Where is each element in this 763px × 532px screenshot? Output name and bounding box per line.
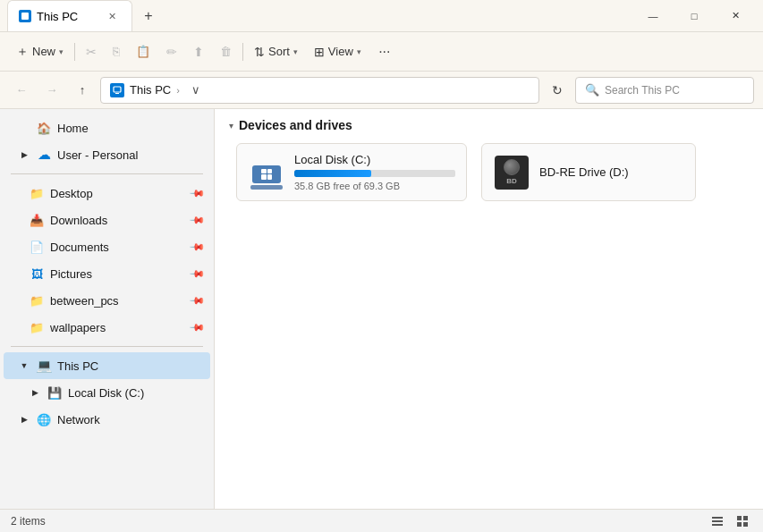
pictures-pin-icon: 📌 [188, 265, 205, 282]
refresh-button[interactable]: ↻ [545, 78, 570, 103]
list-view-icon [711, 515, 724, 528]
sidebar-item-network[interactable]: ▶ 🌐 Network [4, 406, 210, 433]
drive-c-icon [248, 154, 285, 191]
sidebar-item-documents[interactable]: 📄 Documents 📌 [4, 233, 210, 260]
more-options-button[interactable]: ··· [370, 38, 399, 66]
cut-button[interactable]: ✂ [79, 38, 104, 66]
sidebar-desktop-label: Desktop [50, 187, 185, 200]
thispc-expand: ▼ [18, 359, 30, 372]
status-bar: 2 items [0, 509, 763, 532]
minimize-button[interactable]: — [632, 0, 674, 32]
view-chevron: ▾ [357, 47, 361, 56]
desktop-folder-icon: 📁 [29, 185, 45, 201]
tab-close-button[interactable]: ✕ [103, 7, 121, 25]
tab-pc-icon [19, 10, 31, 22]
sidebar-divider-1 [11, 173, 203, 174]
drive-item-c[interactable]: Local Disk (C:) 35.8 GB free of 69.3 GB [236, 143, 467, 201]
svg-rect-8 [743, 522, 748, 527]
sidebar-item-this-pc[interactable]: ▼ 💻 This PC [4, 352, 210, 379]
svg-rect-4 [712, 524, 723, 526]
share-button[interactable]: ⬆ [186, 38, 211, 66]
svg-rect-5 [737, 516, 742, 520]
content-area: 🏠 Home ▶ ☁ User - Personal 📁 Desktop 📌 📥… [0, 109, 763, 509]
address-dropdown-button[interactable]: ∨ [185, 80, 207, 101]
status-item-count: 2 items [11, 515, 46, 528]
sidebar: 🏠 Home ▶ ☁ User - Personal 📁 Desktop 📌 📥… [0, 109, 215, 509]
sidebar-wallpapers-label: wallpapers [50, 321, 185, 334]
sidebar-item-home[interactable]: 🏠 Home [4, 114, 210, 141]
new-chevron: ▾ [59, 47, 64, 56]
sidebar-local-disk-label: Local Disk (C:) [68, 386, 203, 400]
list-view-button[interactable] [708, 511, 727, 531]
close-button[interactable]: ✕ [715, 0, 756, 32]
toolbar-separator-2 [242, 43, 243, 61]
between-pcs-pin-icon: 📌 [188, 291, 205, 308]
sidebar-item-desktop[interactable]: 📁 Desktop 📌 [4, 180, 210, 207]
downloads-folder-icon: 📥 [29, 212, 45, 228]
back-button[interactable]: ← [9, 78, 34, 103]
address-bar[interactable]: This PC › ∨ [100, 77, 539, 104]
sidebar-pictures-label: Pictures [50, 267, 185, 281]
new-button[interactable]: ＋ New ▾ [9, 38, 71, 66]
drive-c-name: Local Disk (C:) [294, 153, 455, 166]
forward-button[interactable]: → [39, 78, 64, 103]
svg-rect-2 [712, 517, 723, 519]
delete-icon: 🗑 [220, 45, 232, 58]
view-button[interactable]: ⊞ View ▾ [307, 38, 369, 66]
sidebar-between-pcs-label: between_pcs [50, 294, 185, 308]
share-icon: ⬆ [193, 45, 204, 59]
sidebar-item-downloads[interactable]: 📥 Downloads 📌 [4, 207, 210, 233]
paste-button[interactable]: 📋 [129, 38, 157, 66]
detail-view-button[interactable] [733, 511, 752, 531]
svg-rect-1 [115, 93, 119, 94]
desktop-pin-icon: 📌 [188, 184, 205, 201]
sidebar-item-wallpapers[interactable]: 📁 wallpapers 📌 [4, 314, 210, 341]
cut-icon: ✂ [86, 45, 97, 59]
title-bar: This PC ✕ + — □ ✕ [0, 0, 763, 32]
drive-item-d[interactable]: BD BD-RE Drive (D:) [481, 143, 696, 201]
search-bar[interactable]: 🔍 Search This PC [575, 77, 754, 104]
wallpapers-folder-icon: 📁 [29, 319, 45, 335]
section-chevron-icon: ▾ [229, 121, 233, 131]
network-icon: 🌐 [36, 411, 52, 427]
sort-button[interactable]: ⇅ Sort ▾ [247, 38, 305, 66]
new-tab-button[interactable]: + [136, 4, 161, 29]
network-expand: ▶ [18, 413, 30, 426]
documents-folder-icon: 📄 [29, 239, 45, 255]
toolbar-separator-1 [74, 43, 75, 61]
pictures-folder-icon: 🖼 [29, 266, 45, 282]
sort-label: Sort [268, 45, 290, 58]
local-disk-icon: 💾 [47, 384, 63, 401]
sidebar-item-between-pcs[interactable]: 📁 between_pcs 📌 [4, 287, 210, 314]
tab-area: This PC ✕ + [7, 0, 632, 31]
rename-button[interactable]: ✏ [159, 38, 184, 66]
address-pc-label: This PC [130, 83, 171, 97]
tab-this-pc[interactable]: This PC ✕ [7, 0, 132, 31]
up-button[interactable]: ↑ [70, 78, 95, 103]
wallpapers-pin-icon: 📌 [188, 318, 205, 335]
sidebar-thispc-label: This PC [57, 359, 203, 373]
sidebar-home-label: Home [57, 122, 203, 135]
sidebar-item-user-personal[interactable]: ▶ ☁ User - Personal [4, 141, 210, 168]
new-label: New [32, 45, 55, 58]
sidebar-item-pictures[interactable]: 🖼 Pictures 📌 [4, 260, 210, 287]
section-title: Devices and drives [239, 118, 352, 132]
address-separator: › [176, 85, 180, 96]
user-expand: ▶ [18, 148, 30, 161]
section-header: ▾ Devices and drives [229, 118, 749, 132]
search-placeholder: Search This PC [605, 84, 680, 97]
sidebar-item-local-disk[interactable]: ▶ 💾 Local Disk (C:) [4, 379, 210, 406]
copy-button[interactable]: ⎘ [106, 38, 127, 66]
new-icon: ＋ [16, 44, 29, 60]
file-area: ▾ Devices and drives Loca [215, 109, 763, 509]
svg-rect-3 [712, 520, 723, 522]
downloads-pin-icon: 📌 [188, 211, 205, 228]
pc-svg-icon [113, 86, 122, 95]
maximize-button[interactable]: □ [674, 0, 715, 32]
home-icon: 🏠 [36, 120, 52, 136]
sidebar-divider-2 [11, 346, 203, 347]
delete-button[interactable]: 🗑 [213, 38, 239, 66]
drive-d-icon: BD [493, 154, 530, 191]
home-expand [18, 122, 30, 134]
address-pc-icon [110, 83, 124, 97]
